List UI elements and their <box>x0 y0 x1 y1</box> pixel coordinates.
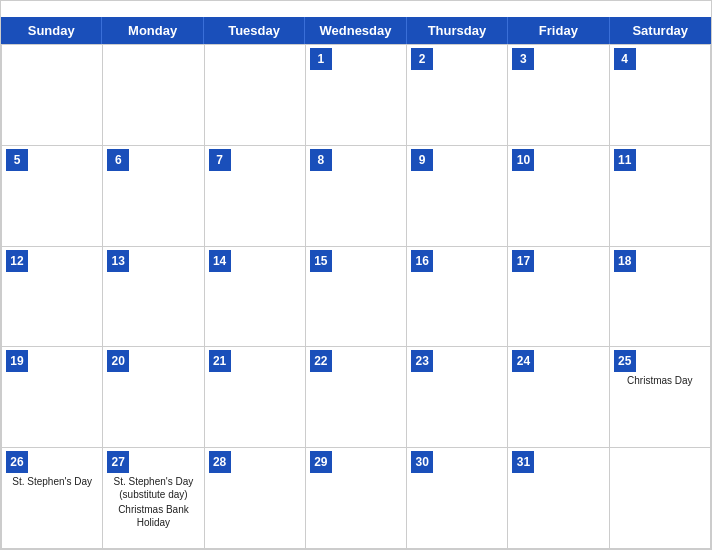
day-number: 14 <box>209 250 231 272</box>
day-cell: 5 <box>2 146 103 247</box>
day-number: 31 <box>512 451 534 473</box>
day-cell: 20 <box>103 347 204 448</box>
day-number: 26 <box>6 451 28 473</box>
day-cell: 8 <box>306 146 407 247</box>
day-number: 10 <box>512 149 534 171</box>
event-label: St. Stephen's Day (substitute day) <box>107 475 199 501</box>
day-number: 8 <box>310 149 332 171</box>
day-cell: 18 <box>610 247 711 348</box>
day-number: 23 <box>411 350 433 372</box>
day-number: 30 <box>411 451 433 473</box>
day-number: 6 <box>107 149 129 171</box>
day-cell: 15 <box>306 247 407 348</box>
day-cell: 3 <box>508 45 609 146</box>
day-cell: 27St. Stephen's Day (substitute day)Chri… <box>103 448 204 549</box>
day-cell: 24 <box>508 347 609 448</box>
day-number: 28 <box>209 451 231 473</box>
day-number: 25 <box>614 350 636 372</box>
day-cell: 17 <box>508 247 609 348</box>
day-cell: 2 <box>407 45 508 146</box>
day-cell: 11 <box>610 146 711 247</box>
day-cell: 14 <box>205 247 306 348</box>
day-number: 9 <box>411 149 433 171</box>
day-cell: 28 <box>205 448 306 549</box>
day-header-friday: Friday <box>508 17 609 44</box>
day-header-monday: Monday <box>102 17 203 44</box>
day-cell: 9 <box>407 146 508 247</box>
day-number: 16 <box>411 250 433 272</box>
day-number: 19 <box>6 350 28 372</box>
day-header-saturday: Saturday <box>610 17 711 44</box>
day-cell: 4 <box>610 45 711 146</box>
day-number: 18 <box>614 250 636 272</box>
calendar-grid: 1234567891011121314151617181920212223242… <box>1 44 711 549</box>
day-header-thursday: Thursday <box>407 17 508 44</box>
day-cell <box>610 448 711 549</box>
day-cell: 22 <box>306 347 407 448</box>
day-cell: 31 <box>508 448 609 549</box>
day-number: 21 <box>209 350 231 372</box>
day-cell: 6 <box>103 146 204 247</box>
day-number: 17 <box>512 250 534 272</box>
day-number: 15 <box>310 250 332 272</box>
day-header-sunday: Sunday <box>1 17 102 44</box>
day-number: 29 <box>310 451 332 473</box>
day-number: 2 <box>411 48 433 70</box>
day-cell: 23 <box>407 347 508 448</box>
day-header-tuesday: Tuesday <box>204 17 305 44</box>
day-cell: 16 <box>407 247 508 348</box>
calendar-container: SundayMondayTuesdayWednesdayThursdayFrid… <box>0 0 712 550</box>
day-number: 24 <box>512 350 534 372</box>
day-cell <box>103 45 204 146</box>
event-label: Christmas Day <box>614 374 706 387</box>
day-cell: 25Christmas Day <box>610 347 711 448</box>
day-cell: 12 <box>2 247 103 348</box>
day-cell: 21 <box>205 347 306 448</box>
day-cell <box>2 45 103 146</box>
day-number: 13 <box>107 250 129 272</box>
day-number: 4 <box>614 48 636 70</box>
day-number: 3 <box>512 48 534 70</box>
day-number: 5 <box>6 149 28 171</box>
day-number: 11 <box>614 149 636 171</box>
day-cell <box>205 45 306 146</box>
day-cell: 30 <box>407 448 508 549</box>
day-headers-row: SundayMondayTuesdayWednesdayThursdayFrid… <box>1 17 711 44</box>
day-cell: 10 <box>508 146 609 247</box>
day-cell: 26St. Stephen's Day <box>2 448 103 549</box>
event-label: Christmas Bank Holiday <box>107 503 199 529</box>
day-header-wednesday: Wednesday <box>305 17 406 44</box>
day-number: 1 <box>310 48 332 70</box>
event-label: St. Stephen's Day <box>6 475 98 488</box>
day-number: 22 <box>310 350 332 372</box>
calendar-header <box>1 1 711 17</box>
day-cell: 19 <box>2 347 103 448</box>
day-number: 27 <box>107 451 129 473</box>
day-cell: 29 <box>306 448 407 549</box>
day-number: 12 <box>6 250 28 272</box>
day-cell: 7 <box>205 146 306 247</box>
day-cell: 1 <box>306 45 407 146</box>
day-number: 20 <box>107 350 129 372</box>
day-cell: 13 <box>103 247 204 348</box>
day-number: 7 <box>209 149 231 171</box>
